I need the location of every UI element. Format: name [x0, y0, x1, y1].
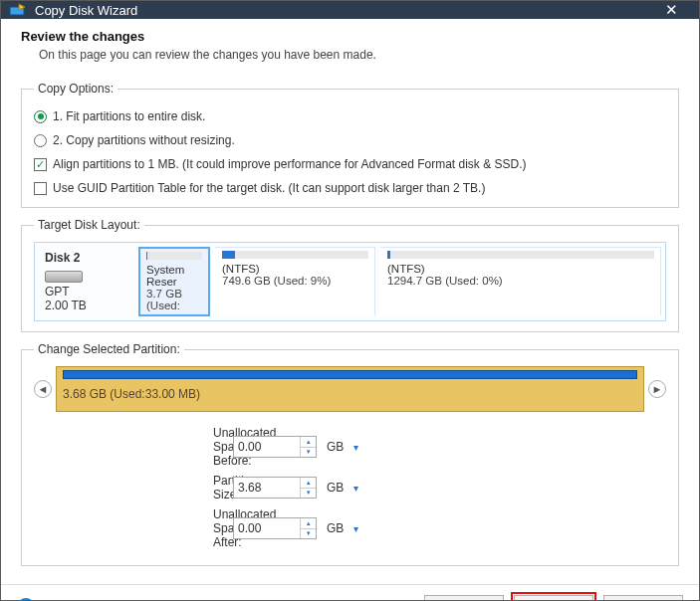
spinner[interactable]: ▴▾	[300, 518, 316, 538]
partition-slider: ◄ 3.68 GB (Used:33.00 MB) ►	[34, 366, 666, 412]
slider-fill	[63, 370, 637, 379]
slider-label: 3.68 GB (Used:33.00 MB)	[63, 387, 637, 401]
partition-detail: 1294.7 GB (Used: 0%)	[387, 275, 654, 287]
input-unalloc-after[interactable]: 0.00 ▴▾	[233, 517, 317, 539]
radio-copy-no-resize[interactable]: 2. Copy partitions without resizing.	[34, 133, 666, 147]
window-title: Copy Disk Wizard	[35, 3, 651, 18]
label-unalloc-after: Unallocated Space After:	[34, 507, 233, 549]
disk-icon	[45, 271, 83, 283]
close-button[interactable]: ✕	[651, 1, 691, 19]
radio-icon	[34, 134, 47, 147]
row-partition-size: Partition Size: 3.68 ▴▾ GB ▾	[34, 474, 666, 501]
input-partition-size[interactable]: 3.68 ▴▾	[233, 477, 317, 499]
footer: ? Copy Disk Tutorial < Back Next > Cance…	[1, 584, 699, 601]
checkbox-use-gpt[interactable]: Use GUID Partition Table for the target …	[34, 181, 666, 195]
slider-right-button[interactable]: ►	[648, 380, 666, 398]
disk-name: Disk 2	[45, 251, 130, 265]
spinner[interactable]: ▴▾	[300, 478, 316, 498]
page-header: Review the changes On this page you can …	[1, 19, 699, 70]
target-layout-legend: Target Disk Layout:	[34, 218, 144, 232]
checkbox-gpt-label: Use GUID Partition Table for the target …	[53, 181, 485, 195]
change-partition-legend: Change Selected Partition:	[34, 342, 184, 356]
checkbox-icon	[34, 182, 47, 195]
partition-detail: 749.6 GB (Used: 9%)	[222, 275, 368, 287]
disk-layout-row: Disk 2 GPT 2.00 TB System Reser 3.7 GB (…	[34, 242, 666, 321]
unit-dropdown[interactable]: ▾	[350, 521, 362, 536]
row-unalloc-after: Unallocated Space After: 0.00 ▴▾ GB ▾	[34, 507, 666, 549]
page-subtitle: On this page you can review the changes …	[39, 48, 679, 62]
back-button[interactable]: < Back	[424, 595, 504, 601]
spin-down-icon: ▾	[301, 448, 316, 458]
partition-ntfs-2[interactable]: (NTFS) 1294.7 GB (Used: 0%)	[379, 247, 661, 316]
radio-icon	[34, 110, 47, 123]
partition-name: (NTFS)	[387, 263, 654, 275]
slider-track[interactable]: 3.68 GB (Used:33.00 MB)	[56, 366, 644, 412]
next-button[interactable]: Next >	[514, 595, 593, 601]
titlebar: Copy Disk Wizard ✕	[1, 1, 699, 19]
checkbox-align-partitions[interactable]: ✓ Align partitions to 1 MB. (It could im…	[34, 157, 666, 171]
partition-system-reserved[interactable]: System Reser 3.7 GB (Used:	[138, 247, 210, 316]
radio-fit-label: 1. Fit partitions to entire disk.	[53, 109, 205, 123]
size-form: Unallocated Space Before: 0.00 ▴▾ GB ▾ P…	[34, 426, 666, 549]
unit-dropdown[interactable]: ▾	[350, 440, 362, 455]
page-title: Review the changes	[21, 29, 679, 44]
cancel-button[interactable]: Cancel	[603, 595, 683, 601]
partition-name: (NTFS)	[222, 263, 368, 275]
spin-up-icon: ▴	[301, 518, 316, 529]
partition-ntfs-1[interactable]: (NTFS) 749.6 GB (Used: 9%)	[214, 247, 375, 316]
radio-fit-partitions[interactable]: 1. Fit partitions to entire disk.	[34, 109, 666, 123]
main-content: Copy Options: 1. Fit partitions to entir…	[1, 70, 699, 584]
slider-left-button[interactable]: ◄	[34, 380, 52, 398]
copy-options-legend: Copy Options:	[34, 82, 117, 96]
unit-dropdown[interactable]: ▾	[350, 481, 362, 496]
spinner[interactable]: ▴▾	[300, 437, 316, 457]
spin-up-icon: ▴	[301, 478, 316, 489]
checkbox-align-label: Align partitions to 1 MB. (It could impr…	[53, 157, 527, 171]
partition-detail: 3.7 GB (Used:	[146, 288, 202, 311]
unit-label: GB	[327, 481, 344, 495]
unit-label: GB	[327, 440, 344, 454]
disk-info: Disk 2 GPT 2.00 TB	[39, 247, 134, 316]
change-partition-group: Change Selected Partition: ◄ 3.68 GB (Us…	[21, 342, 679, 566]
spin-down-icon: ▾	[301, 489, 316, 499]
disk-type: GPT	[45, 285, 130, 299]
checkbox-icon: ✓	[34, 158, 47, 171]
row-unalloc-before: Unallocated Space Before: 0.00 ▴▾ GB ▾	[34, 426, 666, 468]
app-icon	[9, 1, 27, 19]
label-partition-size: Partition Size:	[34, 474, 233, 501]
partition-name: System Reser	[146, 264, 202, 288]
label-unalloc-before: Unallocated Space Before:	[34, 426, 233, 468]
copy-options-group: Copy Options: 1. Fit partitions to entir…	[21, 82, 679, 208]
spin-down-icon: ▾	[301, 529, 316, 539]
target-disk-layout-group: Target Disk Layout: Disk 2 GPT 2.00 TB S…	[21, 218, 679, 332]
disk-size: 2.00 TB	[45, 299, 130, 312]
unit-label: GB	[327, 521, 344, 535]
spin-up-icon: ▴	[301, 437, 316, 448]
input-unalloc-before[interactable]: 0.00 ▴▾	[233, 436, 317, 458]
radio-noresize-label: 2. Copy partitions without resizing.	[53, 133, 235, 147]
